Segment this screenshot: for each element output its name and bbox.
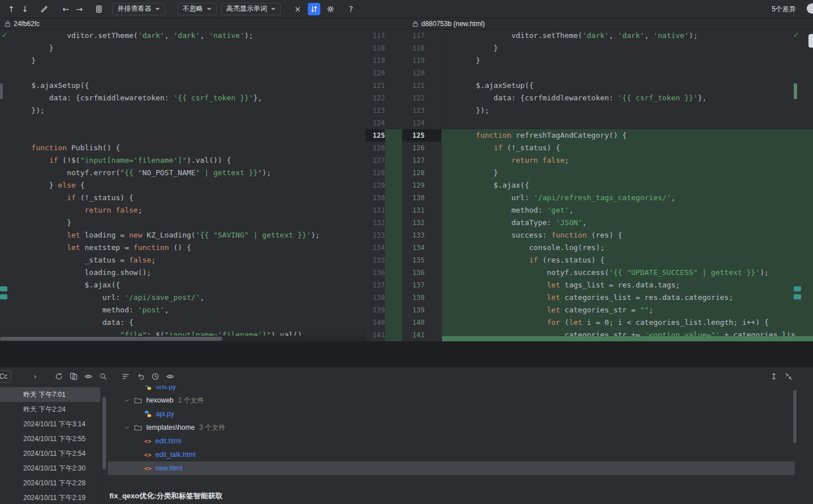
viewer-mode-dropdown[interactable]: 并排查看器 <box>112 3 165 15</box>
vcs-change-marker[interactable] <box>794 286 801 291</box>
revert-button[interactable] <box>134 370 147 383</box>
right-code-line[interactable]: } <box>442 54 813 67</box>
synchronize-scrolling-button[interactable] <box>308 3 320 15</box>
left-code-line[interactable]: $.ajaxSetup({ <box>0 79 365 92</box>
refresh-button[interactable] <box>52 370 66 383</box>
maximize-panel-button[interactable] <box>767 370 781 383</box>
right-code-line[interactable]: let categories_list = res.data.categorie… <box>442 291 813 304</box>
right-code-line[interactable]: vditor.setTheme('dark', 'dark', 'native'… <box>442 29 813 42</box>
left-code-line[interactable]: data: {csrfmiddlewaretoken: '{{ csrf_tok… <box>0 92 365 104</box>
vcs-change-marker[interactable] <box>794 294 801 299</box>
left-code-line[interactable] <box>0 67 365 79</box>
filter-button[interactable] <box>119 370 133 383</box>
settings-button[interactable] <box>324 2 337 16</box>
tree-row-edit-talk-html[interactable]: <>edit_talk.html <box>108 448 795 461</box>
right-code-line[interactable]: data: {csrfmiddlewaretoken: '{{ csrf_tok… <box>442 92 813 104</box>
right-code-line[interactable]: $.ajaxSetup({ <box>442 79 813 92</box>
expand-chevron-button[interactable]: › <box>28 370 42 383</box>
right-code-line[interactable]: success: function (res) { <box>442 229 813 242</box>
left-code-line[interactable]: vditor.setTheme('dark', 'dark', 'native'… <box>0 29 365 42</box>
left-code-line[interactable]: method: 'post', <box>0 304 365 316</box>
tree-row-edit-html[interactable]: <>edit.html <box>108 434 795 448</box>
left-code-line[interactable]: let loading = new KZ_Loading('{{ "SAVING… <box>0 229 365 242</box>
right-code-line[interactable]: let tags_list = res.data.tags; <box>442 279 813 291</box>
right-code-line[interactable]: if (res.status) { <box>442 254 813 266</box>
match-case-toggle[interactable]: Cc <box>0 370 11 383</box>
revision-item[interactable]: 2024/10/11 下午3:14 <box>0 417 100 431</box>
tree-row-uns-py[interactable]: uns.py <box>108 386 795 393</box>
vcs-change-marker[interactable] <box>0 294 7 299</box>
right-code-line[interactable]: if (!_status) { <box>442 142 813 154</box>
right-code-line[interactable]: } <box>442 42 813 54</box>
previous-difference-button[interactable]: ↑ <box>5 2 18 16</box>
left-code-line[interactable]: } <box>0 54 365 67</box>
compare-button[interactable] <box>67 370 81 383</box>
left-code-line[interactable]: if (!$("input[name='filename']").val()) … <box>0 154 365 167</box>
revision-item[interactable]: 昨天 下午7:01 <box>0 387 100 402</box>
left-code-line[interactable]: loading.show(); <box>0 266 365 279</box>
left-code-line[interactable]: } else { <box>0 179 365 192</box>
right-code-line[interactable]: notyf.success('{{ "UPDATE_SUCCESS" | get… <box>442 266 813 279</box>
right-code-line[interactable]: $.ajax({ <box>442 179 813 192</box>
right-code-line[interactable]: let categories_str = ""; <box>442 304 813 316</box>
left-code-line[interactable]: function Publish() { <box>0 142 365 154</box>
go-left-button[interactable]: ← <box>59 2 73 16</box>
right-code-line[interactable]: }); <box>442 104 813 117</box>
left-code-line[interactable]: data: { <box>0 316 365 329</box>
whitespace-mode-dropdown[interactable]: 不忽略 <box>177 3 217 15</box>
left-code-line[interactable]: }); <box>0 104 365 117</box>
right-code-line[interactable]: } <box>442 167 813 179</box>
left-code-line[interactable]: return false; <box>0 204 365 217</box>
right-code-line[interactable]: return false; <box>442 154 813 167</box>
edit-source-button[interactable] <box>37 2 51 16</box>
avatar-partial-icon[interactable] <box>807 3 813 14</box>
left-code-line[interactable]: if (!_status) { <box>0 192 365 204</box>
right-code-line[interactable]: for (let i = 0; i < categories_list.leng… <box>442 316 813 329</box>
left-code-line[interactable]: _status = false; <box>0 254 365 266</box>
revision-item[interactable]: 2024/10/11 下午2:55 <box>0 431 100 446</box>
right-vertical-scrollbar[interactable] <box>794 83 797 99</box>
collapse-panel-button[interactable] <box>782 370 795 383</box>
right-code-line[interactable] <box>442 117 813 129</box>
revision-item[interactable]: 2024/10/11 下午2:54 <box>0 446 100 461</box>
revision-item[interactable]: 昨天 下午2:24 <box>0 402 100 417</box>
left-vertical-scrollbar[interactable] <box>0 83 3 99</box>
left-code-line[interactable]: notyf.error("{{ "NO_POST_NAME" | gettext… <box>0 167 365 179</box>
help-button[interactable]: ? <box>344 2 358 16</box>
left-code-line[interactable]: let nextstep = function () { <box>0 242 365 254</box>
revision-item[interactable]: 2024/10/11 下午2:30 <box>0 461 100 476</box>
disable-editing-button[interactable]: × <box>291 2 304 16</box>
tree-row-hexoweb[interactable]: hexoweb1 个文件 <box>108 393 795 407</box>
recent-history-button[interactable] <box>149 370 162 383</box>
revision-item[interactable]: 2024/10/11 下午2:19 <box>0 490 100 504</box>
search-button[interactable] <box>96 370 110 383</box>
chevron-down-icon[interactable] <box>122 425 132 430</box>
right-code-line[interactable] <box>442 67 813 79</box>
left-code-line[interactable]: } <box>0 217 365 229</box>
preview-button[interactable] <box>163 370 177 383</box>
left-code-line[interactable] <box>0 117 365 129</box>
compare-with-clipboard-button[interactable] <box>92 2 105 16</box>
right-code-line[interactable]: function refreshTagAndCategory() { <box>442 129 813 142</box>
right-code-line[interactable]: url: '/api/refresh_tags_categories/', <box>442 192 813 204</box>
file-tree-scrollbar[interactable] <box>793 390 797 443</box>
highlight-mode-dropdown[interactable]: 高亮显示单词 <box>221 3 281 15</box>
clipped-widget-icon[interactable] <box>808 34 813 48</box>
vcs-change-marker[interactable] <box>0 286 7 291</box>
right-added-block-scroll-strip[interactable] <box>442 336 813 341</box>
tree-row-templates-home[interactable]: templates\home3 个文件 <box>108 421 795 434</box>
go-right-button[interactable]: → <box>73 2 86 16</box>
tree-row-api-py[interactable]: api.py <box>108 407 795 421</box>
tree-row-new-html[interactable]: <>new.html <box>108 461 795 475</box>
revision-item[interactable]: 2024/10/11 下午2:28 <box>0 476 100 490</box>
left-code-line[interactable]: url: '/api/save_post/', <box>0 291 365 304</box>
left-horizontal-scrollbar-thumb[interactable] <box>0 337 222 341</box>
right-code-line[interactable]: method: 'get', <box>442 204 813 217</box>
left-code-line[interactable]: } <box>0 42 365 54</box>
right-code-line[interactable]: dataType: 'JSON', <box>442 217 813 229</box>
left-code-line[interactable]: $.ajax({ <box>0 279 365 291</box>
left-code-line[interactable] <box>0 129 365 142</box>
chevron-down-icon[interactable] <box>122 397 132 403</box>
next-difference-button[interactable]: ↓ <box>18 2 32 16</box>
right-code-line[interactable]: console.log(res); <box>442 242 813 254</box>
